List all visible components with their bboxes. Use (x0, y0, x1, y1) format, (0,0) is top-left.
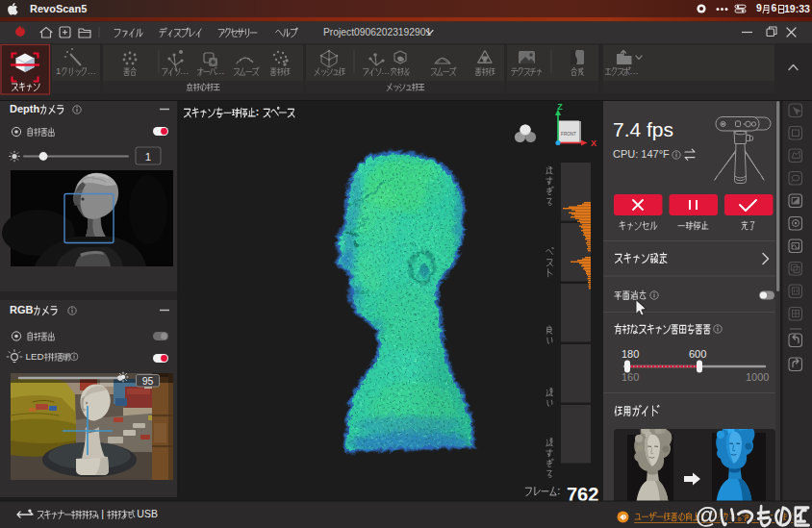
svg-text:Depth: Depth (10, 103, 39, 114)
svg-text:RevoScan5: RevoScan5 (30, 3, 87, 14)
svg-text:160: 160 (622, 371, 639, 383)
svg-text:7.4 fps: 7.4 fps (613, 118, 673, 140)
svg-text:6: 6 (772, 2, 777, 13)
svg-text:USB: USB (134, 508, 158, 519)
svg-text:1000: 1000 (746, 371, 769, 383)
svg-text:9: 9 (756, 2, 762, 13)
svg-text:1: 1 (56, 65, 61, 76)
svg-text:180: 180 (622, 348, 639, 360)
svg-text:…: … (88, 65, 97, 76)
svg-text:95: 95 (142, 375, 154, 387)
svg-text:@: @ (696, 502, 718, 528)
svg-text::: : (256, 106, 263, 117)
svg-text:…: … (216, 65, 225, 76)
svg-text:LED: LED (26, 351, 44, 362)
svg-text:RGB: RGB (10, 304, 34, 315)
svg-text:Project09062023192901: Project09062023192901 (323, 27, 431, 38)
svg-text:X: X (591, 138, 596, 148)
svg-text:…: … (180, 65, 190, 76)
svg-text:|: | (98, 508, 107, 519)
svg-text:Z: Z (557, 102, 563, 112)
svg-text:FRONT: FRONT (561, 132, 576, 137)
svg-text:…: … (629, 65, 639, 76)
svg-text:19:33: 19:33 (784, 3, 810, 14)
svg-text:600: 600 (689, 348, 706, 360)
svg-text:…: … (381, 65, 391, 76)
svg-text:CPU: 147°F: CPU: 147°F (613, 148, 670, 160)
svg-text::: : (557, 485, 560, 496)
svg-text:1: 1 (145, 151, 151, 163)
